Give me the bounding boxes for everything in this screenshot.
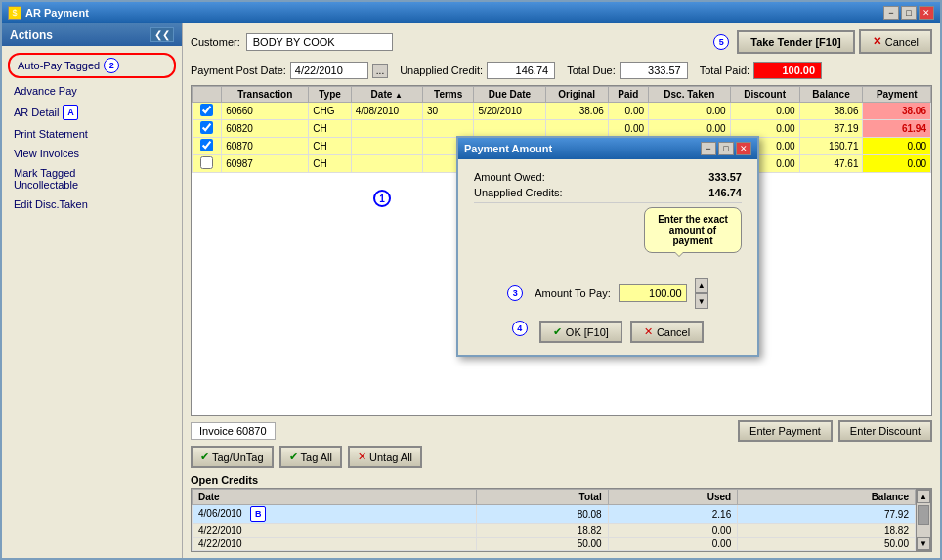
amount-owed-row: Amount Owed: 333.57	[474, 171, 742, 183]
cell-paid: 0.00	[608, 120, 648, 138]
cell-paid: 0.00	[608, 103, 648, 120]
sidebar-collapse-button[interactable]: ❮❮	[150, 27, 174, 42]
credits-scrollbar[interactable]: ▲ ▼	[916, 489, 931, 551]
close-button[interactable]: ✕	[919, 6, 934, 20]
modal-unapplied-value: 146.74	[708, 187, 742, 198]
payment-amount-dialog: Payment Amount − □ ✕ Amount Owed: 333.57	[456, 136, 759, 357]
cell-terms	[422, 120, 473, 138]
cancel-modal-button[interactable]: ✕ Cancel	[630, 321, 704, 343]
col-type: Type	[309, 87, 351, 103]
cell-transaction: 60870	[222, 138, 309, 155]
row-checkbox[interactable]	[193, 155, 222, 173]
action-buttons: 5 Take Tender [F10] ✕ Cancel	[713, 29, 932, 54]
sidebar-item-advance-pay[interactable]: Advance Pay	[2, 81, 182, 101]
credit-balance: 18.82	[738, 524, 916, 538]
view-invoices-label: View Invoices	[14, 148, 79, 159]
credit-row: 4/22/2010 18.82 0.00 18.82	[193, 524, 916, 538]
customer-row: Customer: BODY BY COOK	[191, 33, 393, 51]
advance-pay-label: Advance Pay	[14, 85, 77, 97]
maximize-button[interactable]: □	[901, 6, 917, 20]
cell-balance: 47.61	[799, 155, 863, 173]
tag-untag-button[interactable]: ✔ Tag/UnTag	[191, 446, 274, 468]
credits-table-wrapper: Date Total Used Balance 4/06/2010 B	[191, 488, 932, 552]
modal-body: Amount Owed: 333.57 Unapplied Credits: 1…	[458, 159, 757, 355]
untag-all-button[interactable]: ✕ Untag All	[348, 446, 422, 468]
bottom-bar: Invoice 60870 Enter Payment Enter Discou…	[191, 420, 932, 442]
scroll-up-button[interactable]: ▲	[917, 490, 930, 503]
cell-type: CH	[309, 120, 351, 138]
col-date: Date ▲	[351, 87, 422, 103]
sidebar-item-edit-disc[interactable]: Edit Disc.Taken	[2, 194, 182, 214]
cell-type: CH	[309, 138, 351, 155]
sidebar-title: Actions	[10, 28, 53, 42]
sidebar-item-view-invoices[interactable]: View Invoices	[2, 144, 182, 163]
tag-all-button[interactable]: ✔ Tag All	[279, 446, 342, 468]
open-credits-title: Open Credits	[191, 474, 932, 486]
speech-bubble: Enter the exact amount of payment	[644, 207, 742, 253]
amount-to-pay-input[interactable]	[619, 284, 687, 302]
scroll-thumb[interactable]	[918, 505, 929, 525]
tag-untag-label: Tag/UnTag	[212, 452, 264, 463]
modal-title: Payment Amount	[464, 143, 552, 154]
cell-payment: 0.00	[863, 138, 931, 155]
badge-5: 5	[713, 34, 729, 50]
top-bar: Customer: BODY BY COOK 5 Take Tender [F1…	[191, 29, 932, 54]
col-balance: Balance	[799, 87, 863, 103]
checkbox-60870[interactable]	[200, 139, 213, 151]
post-date-input[interactable]	[290, 62, 368, 79]
col-credit-used: Used	[608, 490, 738, 505]
checkbox-60987[interactable]	[200, 156, 213, 169]
spin-down-button[interactable]: ▼	[695, 293, 708, 309]
main-panel: Customer: BODY BY COOK 5 Take Tender [F1…	[183, 23, 940, 558]
cancel-main-label: Cancel	[885, 36, 919, 48]
ok-button[interactable]: ✔ OK [F10]	[539, 321, 622, 343]
spin-up-button[interactable]: ▲	[695, 278, 708, 293]
modal-buttons: 4 ✔ OK [F10] ✕ Cancel	[474, 321, 742, 343]
sidebar-item-mark-tagged[interactable]: Mark TaggedUncollectable	[2, 163, 182, 194]
sidebar-item-auto-pay-tagged[interactable]: Auto-Pay Tagged 2	[8, 53, 176, 78]
date-picker-button[interactable]: ...	[372, 64, 388, 78]
modal-maximize-button[interactable]: □	[718, 142, 734, 155]
col-due-date: Due Date	[474, 87, 545, 103]
credit-total: 18.82	[477, 524, 609, 538]
badge-2: 2	[104, 58, 119, 73]
sidebar-item-print-statement[interactable]: Print Statement	[2, 124, 182, 144]
title-bar-buttons: − □ ✕	[883, 6, 934, 20]
modal-title-buttons: − □ ✕	[701, 142, 751, 155]
row-checkbox[interactable]	[193, 138, 222, 155]
col-discount: Discount	[730, 87, 799, 103]
sidebar: Actions ❮❮ Auto-Pay Tagged 2 Advance Pay…	[2, 23, 183, 558]
amount-to-pay-label: Amount To Pay:	[535, 287, 610, 299]
take-tender-button[interactable]: Take Tender [F10]	[737, 30, 855, 54]
col-credit-total: Total	[477, 490, 609, 505]
minimize-button[interactable]: −	[883, 6, 899, 20]
total-paid-label: Total Paid:	[700, 65, 749, 76]
unapplied-group: Unapplied Credit: 146.74	[400, 62, 555, 79]
enter-discount-button[interactable]: Enter Discount	[838, 420, 932, 442]
cell-discount: 0.00	[730, 120, 799, 138]
credit-used: 0.00	[608, 538, 738, 551]
cell-date: 4/08/2010	[351, 103, 422, 120]
table-row: 60660 CHG 4/08/2010 30 5/20/2010 38.06 0…	[193, 103, 931, 120]
ok-label: OK [F10]	[566, 326, 609, 338]
sidebar-header: Actions ❮❮	[2, 23, 182, 46]
credit-balance: 50.00	[738, 538, 916, 551]
checkbox-60820[interactable]	[200, 121, 213, 134]
modal-close-button[interactable]: ✕	[736, 142, 751, 155]
checkbox-60660[interactable]	[200, 104, 213, 116]
content-area: Actions ❮❮ Auto-Pay Tagged 2 Advance Pay…	[2, 23, 940, 558]
payment-info-row: Payment Post Date: ... Unapplied Credit:…	[191, 62, 932, 79]
customer-label: Customer:	[191, 36, 240, 48]
row-checkbox[interactable]	[193, 103, 222, 120]
total-paid-group: Total Paid: 100.00	[700, 62, 822, 79]
sidebar-item-ar-detail[interactable]: AR Detail A	[2, 101, 182, 124]
scroll-down-button[interactable]: ▼	[917, 537, 930, 550]
row-checkbox[interactable]	[193, 120, 222, 138]
ar-detail-label: AR Detail	[14, 107, 59, 118]
modal-minimize-button[interactable]: −	[701, 142, 716, 155]
unapplied-label: Unapplied Credit:	[400, 65, 483, 76]
enter-payment-button[interactable]: Enter Payment	[738, 420, 833, 442]
cancel-main-button[interactable]: ✕ Cancel	[859, 29, 932, 54]
total-due-value: 333.57	[620, 62, 688, 79]
cell-due-date	[474, 120, 545, 138]
